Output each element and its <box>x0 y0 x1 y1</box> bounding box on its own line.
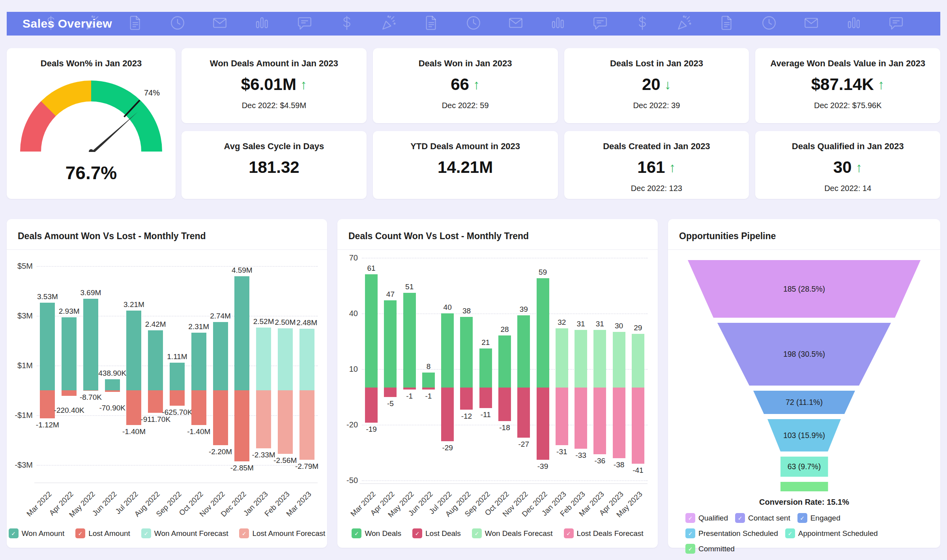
won-bar-Dec-2022[interactable] <box>234 276 249 390</box>
won-bar-Feb-2023[interactable] <box>575 330 587 388</box>
lost-bar-Aug-2022[interactable] <box>460 388 473 410</box>
funnel-stage-presentation-scheduled[interactable]: 103 (15.9%) <box>767 419 841 451</box>
won-bar-Oct-2022[interactable] <box>498 335 511 388</box>
legend-item-won-deals-forecast[interactable]: ✓Won Deals Forecast <box>472 528 553 538</box>
funnel-stage-qualified[interactable]: 185 (28.5%) <box>688 260 921 318</box>
lost-bar-Dec-2022[interactable] <box>537 388 549 460</box>
won-bar-Oct-2022[interactable] <box>191 333 206 390</box>
won-bar-Apr-2022[interactable] <box>62 317 77 390</box>
lost-bar-Jan-2023[interactable] <box>256 390 271 448</box>
legend-checkbox-icon[interactable]: ✓ <box>141 528 151 538</box>
won-bar-Nov-2022[interactable] <box>213 322 228 390</box>
won-bar-Sep-2022[interactable] <box>479 348 492 388</box>
lost-bar-Mar-2022[interactable] <box>365 388 378 423</box>
lost-bar-Dec-2022[interactable] <box>234 390 249 461</box>
legend-item-lost-deals[interactable]: ✓Lost Deals <box>412 528 461 538</box>
won-bar-May-2023[interactable] <box>632 334 644 388</box>
bar-value-label: -625.70K <box>162 408 192 417</box>
lost-bar-Feb-2023[interactable] <box>278 390 293 454</box>
legend-checkbox-icon[interactable]: ✓ <box>352 528 361 538</box>
legend-checkbox-icon[interactable]: ✓ <box>9 528 19 538</box>
lost-bar-May-2022[interactable] <box>403 388 416 390</box>
lost-bar-May-2022[interactable] <box>83 390 98 391</box>
lost-bar-Jan-2023[interactable] <box>556 388 568 445</box>
legend-item-presentation-scheduled[interactable]: ✓Presentation Scheduled <box>685 528 778 538</box>
lost-bar-Jul-2022[interactable] <box>441 388 454 441</box>
won-bar-Aug-2022[interactable] <box>148 330 163 390</box>
lost-bar-Mar-2023[interactable] <box>299 390 314 460</box>
won-bar-Jan-2023[interactable] <box>556 328 568 388</box>
legend-checkbox-icon[interactable]: ✓ <box>685 544 695 554</box>
legend-item-lost-amount-forecast[interactable]: ✓Lost Amount Forecast <box>239 528 325 538</box>
legend-checkbox-icon[interactable]: ✓ <box>564 528 574 538</box>
funnel-stage-committed[interactable] <box>780 482 828 491</box>
won-bar-Apr-2023[interactable] <box>613 332 625 388</box>
legend-checkbox-icon[interactable]: ✓ <box>785 528 795 538</box>
lost-bar-Nov-2022[interactable] <box>213 390 228 445</box>
funnel-stage-contact-sent[interactable]: 198 (30.5%) <box>717 323 891 386</box>
legend-item-engaged[interactable]: ✓Engaged <box>797 513 840 523</box>
lost-bar-Oct-2022[interactable] <box>498 388 511 421</box>
gridline: -$3M <box>37 465 318 466</box>
bar-value-label: 39 <box>520 305 528 314</box>
won-bar-Dec-2022[interactable] <box>537 278 549 388</box>
won-bar-May-2022[interactable] <box>83 299 98 390</box>
legend-checkbox-icon[interactable]: ✓ <box>685 528 695 538</box>
legend-item-appointment-scheduled[interactable]: ✓Appointment Scheduled <box>785 528 878 538</box>
won-bar-Jul-2022[interactable] <box>441 313 454 388</box>
lost-bar-Jun-2022[interactable] <box>422 388 435 390</box>
lost-bar-Nov-2022[interactable] <box>517 388 530 438</box>
legend-checkbox-icon[interactable]: ✓ <box>797 513 807 523</box>
lost-bar-May-2023[interactable] <box>632 388 644 464</box>
lost-bar-Jun-2022[interactable] <box>105 390 120 392</box>
gauge-value: 76.7% <box>7 162 176 184</box>
legend-item-qualified[interactable]: ✓Qualified <box>685 513 728 523</box>
won-bar-Aug-2022[interactable] <box>460 317 473 388</box>
funnel-stage-appointment-scheduled[interactable]: 63 (9.7%) <box>780 457 828 477</box>
won-bar-Jun-2022[interactable] <box>422 373 435 388</box>
legend-checkbox-icon[interactable]: ✓ <box>735 513 745 523</box>
won-bar-Jul-2022[interactable] <box>126 311 141 390</box>
legend-checkbox-icon[interactable]: ✓ <box>75 528 85 538</box>
bar-value-label: 2.74M <box>210 312 231 320</box>
lost-bar-Mar-2023[interactable] <box>593 388 606 454</box>
lost-bar-Oct-2022[interactable] <box>191 390 206 425</box>
won-bar-Mar-2023[interactable] <box>299 329 314 390</box>
legend-item-won-deals[interactable]: ✓Won Deals <box>352 528 401 538</box>
won-bar-Mar-2022[interactable] <box>40 303 55 390</box>
lost-bar-Apr-2022[interactable] <box>384 388 397 397</box>
legend-checkbox-icon[interactable]: ✓ <box>412 528 422 538</box>
legend-item-lost-amount[interactable]: ✓Lost Amount <box>75 528 130 538</box>
bar-value-label: -33 <box>575 451 586 460</box>
won-bar-Apr-2022[interactable] <box>384 300 397 388</box>
won-bar-Jun-2022[interactable] <box>105 379 120 390</box>
won-bar-Sep-2022[interactable] <box>170 363 185 390</box>
legend-checkbox-icon[interactable]: ✓ <box>239 528 249 538</box>
legend-item-won-amount[interactable]: ✓Won Amount <box>9 528 64 538</box>
won-bar-Jan-2023[interactable] <box>256 328 271 390</box>
legend-checkbox-icon[interactable]: ✓ <box>685 513 695 523</box>
won-bar-May-2022[interactable] <box>403 293 416 388</box>
bar-value-label: -8.70K <box>80 393 102 402</box>
funnel-stage-engaged[interactable]: 72 (11.1%) <box>753 391 855 414</box>
speech-bubble-icon <box>296 15 313 33</box>
legend-item-lost-deals-forecast[interactable]: ✓Lost Deals Forecast <box>564 528 644 538</box>
legend-item-contact-sent[interactable]: ✓Contact sent <box>735 513 790 523</box>
lost-bar-Apr-2023[interactable] <box>613 388 625 458</box>
legend-item-committed[interactable]: ✓Committed <box>685 544 735 554</box>
lost-bar-Feb-2023[interactable] <box>575 388 587 449</box>
lost-bar-Sep-2022[interactable] <box>170 390 185 406</box>
bar-value-label: -2.85M <box>230 464 254 472</box>
lost-bar-Aug-2022[interactable] <box>148 390 163 413</box>
legend-checkbox-icon[interactable]: ✓ <box>472 528 482 538</box>
lost-bar-Mar-2022[interactable] <box>40 390 55 418</box>
legend-item-won-amount-forecast[interactable]: ✓Won Amount Forecast <box>141 528 228 538</box>
lost-bar-Sep-2022[interactable] <box>479 388 492 408</box>
bar-value-label: 2.42M <box>145 320 166 329</box>
won-bar-Feb-2023[interactable] <box>278 328 293 391</box>
lost-bar-Apr-2022[interactable] <box>62 390 77 396</box>
won-bar-Mar-2022[interactable] <box>365 274 378 388</box>
lost-bar-Jul-2022[interactable] <box>126 390 141 425</box>
won-bar-Mar-2023[interactable] <box>593 330 606 388</box>
won-bar-Nov-2022[interactable] <box>517 315 530 388</box>
